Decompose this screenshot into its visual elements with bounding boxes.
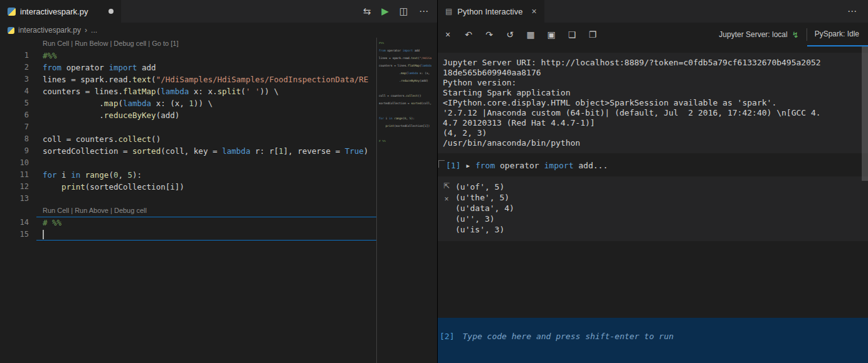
code-line[interactable]: 6 .reduceByKey(add) [0,109,376,121]
output-line: Starting Spark application [443,88,863,98]
code-line[interactable]: 2from operator import add [0,62,376,73]
kernel-status[interactable]: PySpark: Idle [807,23,868,46]
tab-python-interactive[interactable]: ▤ Python Interactive × [438,0,544,23]
minimap-line [377,107,431,115]
output-line: 4.7 20120313 (Red Hat 4.4.7-1)] [443,118,863,128]
remove-cell-icon[interactable]: × [444,195,448,203]
result-line: (u'the', 5) [455,192,514,203]
breadcrumb-file[interactable]: interactivespark.py [18,26,81,35]
line-number: 6 [0,109,29,121]
run-file-icon[interactable]: ▶ [381,6,389,17]
python-file-icon [8,27,14,34]
cell-collapse-handle[interactable] [438,160,445,168]
input-placeholder: Type code here and press shift-enter to … [462,332,674,363]
code-line[interactable]: 3lines = spark.read.text("/HdiSamples/Hd… [0,73,376,85]
code-line[interactable]: 14# %% [0,217,376,229]
line-number: 2 [0,62,29,73]
output-line: Python version: [443,78,863,88]
panel-tab-title: Python Interactive [457,7,522,16]
code-line[interactable]: 10 [0,157,376,169]
restart-kernel-icon[interactable]: ↺ [505,30,515,40]
minimap-line: counters = lines.flatMap(lambda x: x.spl… [377,62,431,70]
undo-icon[interactable]: ↶ [463,30,474,40]
result-line: (u'data', 4) [455,203,514,214]
interactive-cell[interactable]: [1] ▶ from operator import add... [438,158,868,173]
goto-code-icon[interactable]: ⇱ [443,182,450,190]
jupyter-server-label: Jupyter Server: local [719,30,787,39]
server-connection-icon: ↯ [792,30,799,40]
line-number: 13 [0,193,29,205]
jupyter-server-status[interactable]: Jupyter Server: local ↯ [711,23,806,46]
line-number: 7 [0,121,29,133]
vscode-window: interactivespark.py ⇆ ▶ ◫ ⋯ interactives… [0,0,868,363]
code-line[interactable]: 4counters = lines.flatMap(lambda x: x.sp… [0,85,376,97]
code-line[interactable]: 7 [0,121,376,133]
line-number: 10 [0,157,29,169]
code-line[interactable]: 11for i in range(0, 5): [0,169,376,181]
clear-all-icon[interactable]: × [443,30,453,40]
python-file-icon [8,8,16,16]
minimap[interactable]: #%%from operator import addlines = spark… [376,38,431,363]
editor-body: Run Cell | Run Below | Debug cell | Go t… [0,38,437,363]
editor-more-actions-icon[interactable]: ⋯ [419,6,428,17]
variable-explorer-icon[interactable]: ▦ [526,30,536,40]
output-line: 18de565b609940aa8176 [443,68,863,78]
save-icon[interactable]: ▣ [546,30,556,40]
close-tab-icon[interactable]: × [531,6,536,16]
code-line[interactable]: 12 print(sortedCollection[i]) [0,181,376,193]
open-changes-icon[interactable]: ⇆ [363,6,371,17]
code-line[interactable]: 8coll = counters.collect() [0,133,376,145]
interactive-window-icon: ▤ [445,7,452,16]
output-line: '2.7.12 |Anaconda custom (64-bit)| (defa… [443,108,863,118]
line-number: 1 [0,50,29,62]
modified-indicator [109,9,114,14]
line-number: 5 [0,97,29,109]
line-number: 15 [0,229,29,241]
codelens[interactable]: Run Cell | Run Above | Debug cell [0,205,376,217]
line-number: 9 [0,145,29,157]
redo-icon[interactable]: ↷ [484,30,494,40]
scrollbar[interactable] [862,46,868,181]
editor-pane: interactivespark.py ⇆ ▶ ◫ ⋯ interactives… [0,0,437,363]
interactive-input[interactable]: [2] Type code here and press shift-enter… [438,318,868,363]
result-line: (u'is', 3) [455,224,514,235]
cell-output: ⇱ × (u'of', 5)(u'the', 5)(u'data', 4)(u'… [438,176,868,241]
minimap-line: coll = counters.collect() [377,92,431,100]
split-editor-icon[interactable]: ◫ [400,6,408,17]
result-line: (u'', 3) [455,214,514,224]
code-editor[interactable]: Run Cell | Run Below | Debug cell | Go t… [0,38,376,363]
interactive-toolbar: ×↶↷↺▦▣❏❐ Jupyter Server: local ↯ PySpark… [438,23,868,46]
overview-ruler [431,38,437,363]
line-number: 4 [0,85,29,97]
code-line[interactable]: 5 .map(lambda x: (x, 1)) \ [0,97,376,109]
panel-more-actions-icon[interactable]: ⋯ [847,6,868,17]
cell-code[interactable]: from operator import add... [475,161,608,170]
editor-actions: ⇆ ▶ ◫ ⋯ [363,0,437,23]
breadcrumb[interactable]: interactivespark.py › ... [0,23,437,38]
toolbar-status: Jupyter Server: local ↯ PySpark: Idle [711,23,868,46]
input-prompt: [2] [440,332,454,363]
minimap-line: for i in range(0, 5): [377,115,431,122]
expand-all-icon[interactable]: ❏ [567,30,577,40]
chevron-right-icon: › [85,26,87,35]
minimap-line: from operator import add [377,47,431,55]
code-line[interactable]: 13 [0,193,376,205]
tab-interactivespark[interactable]: interactivespark.py [0,0,121,23]
line-number: 8 [0,133,29,145]
line-number: 11 [0,169,29,181]
collapse-all-icon[interactable]: ❐ [588,30,598,40]
code-line[interactable]: 1#%% [0,50,376,62]
line-number: 12 [0,181,29,193]
codelens[interactable]: Run Cell | Run Below | Debug cell | Go t… [0,38,376,50]
minimap-line: sortedCollection = sorted(coll, key = la… [377,100,431,107]
minimap-line [377,145,431,153]
minimap-line: .map(lambda x: (x, 1)) \ [377,70,431,77]
breadcrumb-more[interactable]: ... [91,26,97,35]
code-line[interactable]: 15 [0,229,376,241]
cell-prompt: [1] [446,161,460,170]
output-line: <IPython.core.display.HTML object>SparkS… [443,98,863,108]
code-line[interactable]: 9sortedCollection = sorted(coll, key = l… [0,145,376,157]
run-cell-icon[interactable]: ▶ [466,163,469,169]
startup-output: Jupyter Server URI: http://localhost:888… [438,53,868,153]
line-number: 3 [0,73,29,85]
